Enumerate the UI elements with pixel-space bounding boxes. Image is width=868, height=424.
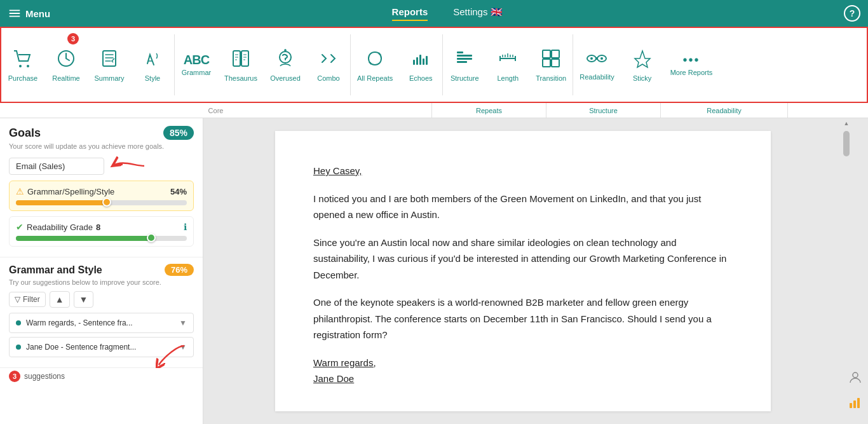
echoes-label: Echoes	[409, 74, 433, 82]
toolbar-item-transition[interactable]: Transition	[529, 28, 573, 102]
toolbar-item-length[interactable]: Length	[486, 28, 529, 102]
readability-progress-knob	[147, 233, 156, 242]
right-side: ▲	[843, 118, 868, 424]
goals-select[interactable]: Email (Sales) Business Academic Creative	[9, 158, 104, 175]
purchase-label: Purchase	[8, 74, 37, 82]
length-icon	[498, 48, 518, 72]
style-label: Style	[145, 74, 160, 82]
grammar-icon: ABC	[184, 53, 209, 66]
svg-rect-16	[457, 51, 463, 53]
svg-rect-9	[416, 57, 418, 65]
realtime-badge: 3	[67, 33, 79, 44]
goals-header: Goals 85%	[9, 126, 194, 140]
doc-para-2: Since you're an Austin local now and sha…	[313, 235, 733, 284]
echoes-icon	[410, 48, 431, 72]
sidebar: Goals 85% Your score will update as you …	[0, 118, 203, 424]
suggestion-dot-2	[16, 345, 21, 350]
svg-point-0	[19, 65, 22, 67]
goal-grammar-label: ⚠ Grammar/Spelling/Style	[16, 186, 114, 196]
sort-down-button[interactable]: ▼	[74, 291, 94, 308]
tab-settings[interactable]: Settings 🇬🇧	[453, 6, 502, 21]
grammar-label: Grammar	[182, 69, 211, 76]
category-repeats: Repeats	[432, 103, 546, 118]
info-icon[interactable]: ℹ	[184, 222, 187, 232]
content-scroll[interactable]: Hey Casey, I noticed you and I are both …	[203, 118, 843, 424]
svg-rect-14	[457, 58, 472, 60]
scroll-up-arrow[interactable]: ▲	[843, 118, 850, 128]
help-button[interactable]: ?	[844, 5, 860, 22]
sticky-icon	[632, 48, 653, 72]
realtime-icon	[56, 48, 76, 72]
goal-grammar-pct: 54%	[170, 187, 187, 196]
svg-rect-20	[552, 59, 559, 67]
grammar-progress-knob	[102, 198, 111, 207]
allrepeats-icon	[365, 48, 385, 72]
grammar-style-header: Grammar and Style 76%	[9, 264, 194, 276]
toolbar-item-grammar[interactable]: ABC Grammar	[175, 28, 218, 102]
readability-progress-bg	[16, 236, 187, 241]
svg-point-24	[600, 57, 603, 60]
sort-up-button[interactable]: ▲	[50, 291, 70, 308]
goal-item-readability: ✔ Readability Grade 8 ℹ	[9, 216, 194, 247]
filter-button[interactable]: ▽ Filter	[9, 292, 46, 307]
toolbar-item-overused[interactable]: Overused	[264, 28, 307, 102]
menu-button[interactable]: Menu	[8, 6, 50, 20]
thesaurus-label: Thesaurus	[224, 74, 257, 82]
svg-point-7	[285, 62, 285, 62]
combo-label: Combo	[317, 74, 339, 82]
suggestion-item-1[interactable]: Warm regards, - Sentence fra... ▼	[9, 313, 194, 333]
toolbar-item-style[interactable]: Style	[131, 28, 174, 102]
length-label: Length	[497, 74, 519, 82]
svg-rect-17	[543, 50, 550, 58]
svg-rect-27	[850, 403, 852, 408]
toolbar-item-realtime[interactable]: 3 Realtime	[44, 28, 88, 102]
right-panel-chart[interactable]	[846, 393, 864, 411]
toolbar-item-combo[interactable]: Combo	[307, 28, 350, 102]
grammar-progress-bg	[16, 200, 187, 205]
transition-label: Transition	[536, 74, 566, 82]
doc-closing: Warm regards, Jane Doe	[313, 355, 733, 387]
toolbar-item-morereports[interactable]: ••• More Reports	[664, 28, 719, 102]
toolbar-item-structure[interactable]: Structure	[443, 28, 486, 102]
suggestion-text-1: Warm regards, - Sentence fra...	[26, 318, 179, 327]
svg-point-1	[27, 65, 29, 67]
svg-rect-18	[552, 50, 559, 58]
arrow-annotation	[109, 156, 147, 175]
structure-label: Structure	[451, 74, 479, 82]
svg-rect-10	[419, 55, 421, 65]
right-panel-user[interactable]	[846, 368, 864, 386]
svg-rect-8	[413, 60, 415, 65]
svg-rect-4	[233, 51, 240, 66]
svg-point-26	[853, 373, 858, 378]
structure-icon	[454, 48, 475, 72]
toolbar-item-sticky[interactable]: Sticky	[621, 28, 664, 102]
count-badge: 3	[9, 371, 20, 382]
svg-rect-25	[595, 57, 598, 60]
toolbar-item-allrepeats[interactable]: All Repeats	[351, 28, 399, 102]
thesaurus-icon	[231, 48, 251, 72]
allrepeats-label: All Repeats	[357, 74, 393, 82]
goal-item-grammar: ⚠ Grammar/Spelling/Style 54%	[9, 181, 194, 211]
tab-reports[interactable]: Reports	[392, 6, 428, 21]
toolbar-item-thesaurus[interactable]: Thesaurus	[218, 28, 264, 102]
svg-rect-12	[426, 56, 428, 65]
content-area: Hey Casey, I noticed you and I are both …	[203, 118, 868, 424]
morereports-label: More Reports	[670, 69, 713, 76]
toolbar-item-purchase[interactable]: Purchase	[1, 28, 44, 102]
morereports-icon: •••	[682, 53, 700, 66]
category-row: Core Repeats Structure Readability	[0, 103, 868, 118]
suggestion-dropdown-1[interactable]: ▼	[179, 318, 187, 327]
toolbar-item-summary[interactable]: Summary	[88, 28, 131, 102]
overused-label: Overused	[270, 74, 301, 82]
toolbar-item-readability[interactable]: Readability	[573, 28, 620, 102]
readability-icon	[585, 50, 608, 71]
nav-tabs: Reports Settings 🇬🇧	[50, 6, 844, 21]
toolbar-item-echoes[interactable]: Echoes	[399, 28, 442, 102]
menu-icon	[8, 6, 22, 20]
overused-icon	[275, 48, 295, 72]
scroll-thumb[interactable]	[843, 131, 850, 156]
filter-label: Filter	[23, 295, 40, 304]
warning-icon: ⚠	[16, 186, 24, 196]
grammar-style-subtitle: Try our suggestions below to improve you…	[9, 278, 194, 286]
grammar-style-section: Grammar and Style 76% Try our suggestion…	[0, 257, 203, 368]
